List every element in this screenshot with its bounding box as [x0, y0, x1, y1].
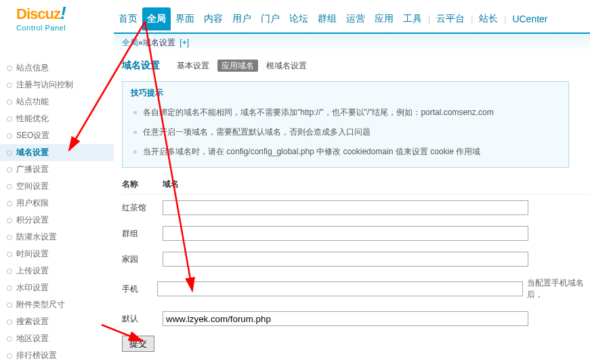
sidebar-item[interactable]: 用户权限 — [0, 195, 114, 212]
submit-button[interactable]: 提交 — [122, 336, 154, 352]
breadcrumb-page: 域名设置 — [143, 37, 175, 49]
topnav-item-9[interactable]: 应用 — [370, 7, 398, 30]
sidebar-item[interactable]: 空间设置 — [0, 178, 114, 195]
topnav-item-4[interactable]: 用户 — [228, 7, 256, 30]
domain-input-0[interactable] — [163, 200, 528, 215]
sidebar-item-label: 用户权限 — [16, 198, 49, 208]
sidebar-item-label: 注册与访问控制 — [16, 80, 73, 89]
row-label: 默认 — [122, 313, 163, 325]
sidebar-item-label: 水印设置 — [16, 283, 49, 292]
sidebar-item-label: 附件类型尺寸 — [16, 300, 65, 309]
top-nav: 首页全局界面内容用户门户论坛群组运营应用工具|云平台|站长|UCenter — [114, 0, 590, 32]
tips-box: 技巧提示 各自绑定的域名不能相同，域名不需要添加"http://"，也不要以"/… — [122, 81, 569, 168]
domain-input-1[interactable] — [163, 226, 528, 241]
sidebar: 站点信息注册与访问控制站点功能性能优化SEO设置域名设置广播设置空间设置用户权限… — [0, 51, 114, 364]
sidebar-item[interactable]: 积分设置 — [0, 212, 114, 229]
domain-input-2[interactable] — [163, 252, 528, 267]
sidebar-item-label: 性能优化 — [16, 114, 49, 123]
sidebar-item[interactable]: 附件类型尺寸 — [0, 296, 114, 313]
sidebar-item-label: 排行榜设置 — [16, 350, 57, 360]
tip-item: 各自绑定的域名不能相同，域名不需要添加"http://"，也不要以"/"结尾，例… — [133, 103, 560, 122]
logo-brand: Discuz — [16, 5, 60, 22]
tip-item: 当开启多域名时，请在 config/config_global.php 中修改 … — [133, 142, 560, 162]
sidebar-item-label: 时间设置 — [16, 249, 49, 258]
subtab-1[interactable]: 应用域名 — [217, 60, 258, 72]
sidebar-item[interactable]: SEO设置 — [0, 127, 114, 144]
topnav-item-2[interactable]: 界面 — [171, 7, 199, 30]
sidebar-item-label: 站点功能 — [16, 97, 49, 106]
sidebar-item-label: 搜索设置 — [16, 317, 49, 326]
sidebar-item-label: 广播设置 — [16, 164, 49, 174]
topnav-item-11[interactable]: 云平台 — [431, 7, 469, 30]
sidebar-item[interactable]: 地区设置 — [0, 330, 114, 347]
topnav-item-3[interactable]: 内容 — [199, 7, 228, 30]
sidebar-item-label: 域名设置 — [16, 147, 49, 157]
sidebar-item[interactable]: 上传设置 — [0, 263, 114, 279]
topnav-item-10[interactable]: 工具 — [398, 7, 427, 30]
sidebar-item[interactable]: 排行榜设置 — [0, 347, 114, 364]
breadcrumb: 全局 » 域名设置 [+] — [114, 32, 590, 51]
sidebar-item-label: 防灌水设置 — [16, 232, 57, 242]
row-hint: 当配置手机域名后， — [527, 277, 590, 300]
domain-form: 名称 域名 红茶馆群组家园手机当配置手机域名后，默认 提交 — [122, 175, 590, 352]
sidebar-item[interactable]: 站点功能 — [0, 93, 114, 110]
topnav-item-12[interactable]: 站长 — [474, 7, 503, 30]
sidebar-item[interactable]: 注册与访问控制 — [0, 76, 114, 93]
topnav-item-13[interactable]: UCenter — [507, 8, 552, 30]
row-label: 家园 — [122, 254, 163, 265]
form-row: 家园 — [122, 246, 590, 272]
logo-bang: ! — [60, 3, 66, 23]
form-row: 默认 — [122, 306, 590, 332]
header-name: 名称 — [122, 179, 163, 190]
sidebar-item[interactable]: 搜索设置 — [0, 313, 114, 330]
breadcrumb-more[interactable]: [+] — [180, 38, 189, 47]
row-label: 群组 — [122, 228, 163, 240]
logo: Discuz! Control Panel — [0, 0, 114, 32]
topnav-item-5[interactable]: 门户 — [256, 7, 285, 30]
sidebar-item[interactable]: 站点信息 — [0, 60, 114, 76]
sidebar-item[interactable]: 防灌水设置 — [0, 229, 114, 246]
sidebar-item[interactable]: 广播设置 — [0, 161, 114, 178]
table-header: 名称 域名 — [122, 175, 590, 195]
form-row: 红茶馆 — [122, 195, 590, 221]
sidebar-item-label: 地区设置 — [16, 334, 49, 343]
topnav-item-1[interactable]: 全局 — [142, 7, 171, 30]
domain-input-3[interactable] — [157, 281, 523, 296]
sidebar-item[interactable]: 域名设置 — [0, 144, 114, 161]
sidebar-item-label: SEO设置 — [16, 131, 49, 140]
sidebar-item[interactable]: 水印设置 — [0, 279, 114, 296]
topnav-item-0[interactable]: 首页 — [114, 7, 142, 30]
topnav-item-6[interactable]: 论坛 — [285, 7, 313, 30]
header-domain: 域名 — [163, 179, 179, 190]
form-row: 群组 — [122, 221, 590, 246]
row-label: 红茶馆 — [122, 202, 163, 214]
topnav-item-8[interactable]: 运营 — [341, 7, 370, 30]
row-label: 手机 — [122, 283, 157, 295]
tip-item: 任意开启一项域名，需要配置默认域名，否则会造成多入口问题 — [133, 122, 560, 142]
sidebar-item-label: 积分设置 — [16, 215, 49, 225]
sidebar-item-label: 空间设置 — [16, 181, 49, 191]
subtab-0[interactable]: 基本设置 — [177, 61, 209, 70]
logo-subtitle: Control Panel — [16, 24, 114, 32]
page-title: 域名设置 — [122, 60, 160, 70]
form-row: 手机当配置手机域名后， — [122, 272, 590, 306]
sidebar-item[interactable]: 时间设置 — [0, 246, 114, 263]
subtab-2[interactable]: 根域名设置 — [266, 61, 307, 70]
topnav-item-7[interactable]: 群组 — [313, 7, 341, 30]
sidebar-item-label: 站点信息 — [16, 63, 49, 72]
content-area: 域名设置 基本设置应用域名根域名设置 技巧提示 各自绑定的域名不能相同，域名不需… — [114, 51, 590, 364]
section-title-row: 域名设置 基本设置应用域名根域名设置 — [122, 60, 590, 72]
breadcrumb-sep: » — [138, 38, 143, 47]
sidebar-item[interactable]: 性能优化 — [0, 110, 114, 127]
domain-input-4[interactable] — [163, 311, 528, 326]
sidebar-item-label: 上传设置 — [16, 266, 49, 275]
breadcrumb-root[interactable]: 全局 — [122, 37, 138, 49]
tips-title: 技巧提示 — [131, 87, 560, 99]
